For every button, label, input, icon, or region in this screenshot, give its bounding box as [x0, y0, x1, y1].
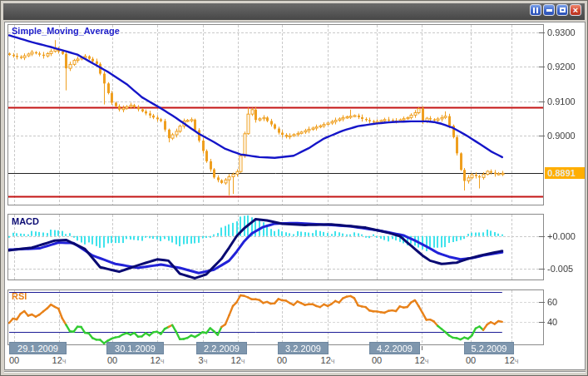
restore-icon: [560, 7, 566, 12]
price-axis-label: 0.9300: [547, 27, 586, 37]
rsi-axis-label-tick: [539, 322, 545, 323]
price-chart-canvas[interactable]: [8, 25, 543, 205]
price-axis-label: 0.9000: [547, 131, 586, 141]
date-box: 5.2.2009: [464, 342, 514, 354]
date-box: 2.2.2009: [196, 342, 247, 354]
time-axis-label: 00: [365, 355, 388, 365]
price-axis-label: 0.9200: [547, 62, 586, 72]
window-pause-button[interactable]: [530, 4, 541, 16]
chart-window: График EUR /GBP ЧАС × Simple_Moving_Aver…: [0, 0, 588, 376]
macd-canvas[interactable]: [8, 215, 543, 280]
macd-axis-label-tick: [539, 269, 545, 270]
time-axis-label: 12ч: [226, 355, 250, 365]
sma-indicator-label: Simple_Moving_Average: [12, 26, 120, 36]
window-titlebar[interactable]: График EUR /GBP ЧАС: [3, 3, 585, 20]
date-box: 4.2.2009: [369, 342, 420, 354]
price-axis-label-tick: [539, 67, 545, 67]
macd-axis-label-tick: [539, 236, 545, 237]
rsi-canvas[interactable]: [8, 290, 543, 344]
time-axis-label: 3ч: [191, 355, 215, 365]
time-axis-label: 12ч: [47, 355, 71, 365]
window-close-button[interactable]: ×: [570, 4, 581, 16]
window-controls: ×: [530, 4, 581, 16]
time-axis-label: 00: [101, 355, 124, 365]
time-axis-label: 00: [2, 355, 26, 365]
time-axis-tick: [422, 346, 422, 350]
date-box: 29.1.2009: [9, 342, 67, 354]
macd-label: MACD: [12, 216, 39, 226]
price-axis-label-tick: [539, 101, 545, 102]
price-axis-label-tick: [539, 136, 545, 136]
minimize-icon: [546, 9, 552, 12]
window-minimize-button[interactable]: [543, 4, 555, 16]
time-axis-label: 12ч: [500, 355, 523, 365]
time-axis-label: 12ч: [316, 355, 339, 365]
window-restore-button[interactable]: [556, 4, 568, 16]
rsi-axis-label: 40: [547, 317, 586, 327]
time-axis-label: 12ч: [146, 355, 169, 365]
time-axis-label: 00: [270, 355, 294, 365]
pause-icon: [533, 7, 538, 13]
macd-panel[interactable]: [7, 214, 544, 280]
time-axis-label: 00: [459, 355, 482, 365]
macd-axis-label: -0.005: [547, 264, 586, 274]
price-axis-label-tick: [539, 32, 545, 33]
price-chart-panel[interactable]: [7, 24, 544, 205]
bottom-groove: [4, 371, 586, 373]
close-icon: ×: [573, 6, 578, 14]
time-axis-label: 12ч: [410, 355, 433, 365]
rsi-panel[interactable]: [7, 289, 544, 345]
rsi-label: RSI: [12, 291, 27, 301]
current-price-tag: 0.8891: [545, 167, 585, 179]
rsi-axis-label-tick: [539, 302, 545, 303]
date-box: 30.1.2009: [106, 342, 164, 354]
rsi-axis-label: 60: [547, 297, 586, 307]
date-box: 3.2.2009: [278, 342, 329, 354]
price-axis-label: 0.9100: [547, 96, 586, 106]
macd-axis-label: +0.000: [547, 231, 586, 241]
